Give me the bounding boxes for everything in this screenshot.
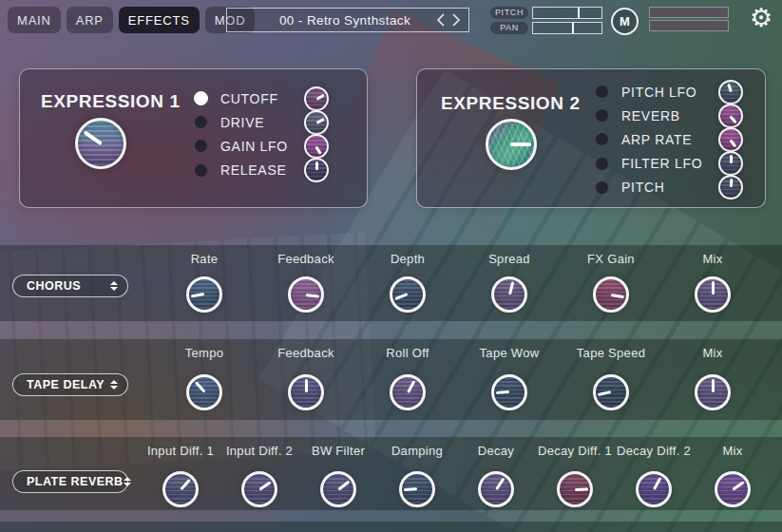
knob-label: BW Filter [312,444,365,458]
target-radio-pitch-lfo[interactable] [595,85,609,99]
effect-knob-decay-diff-1[interactable] [557,471,593,507]
effect-knob-mix[interactable] [695,374,731,410]
expression-2-targets: PITCH LFOREVERBARP RATEFILTER LFOPITCH [595,80,743,200]
chevron-right-icon[interactable] [451,12,461,28]
target-radio-cutoff[interactable] [194,91,208,105]
bottom-strip [0,522,782,532]
effect-knob-fx-gain[interactable] [593,276,629,313]
reverb-knobs: Input Diff. 1Input Diff. 2BW FilterDampi… [162,437,751,510]
target-radio-arp-rate[interactable] [595,132,609,146]
knob-column: Decay Diff. 1 [557,437,593,510]
expression-2-knob[interactable] [486,119,537,170]
expression-target-row: PITCH LFO [595,80,743,104]
mono-button[interactable]: M [611,8,639,35]
settings-gear-icon[interactable]: ⚙ [745,2,777,34]
knob-label: Damping [391,444,443,458]
effect-knob-mix[interactable] [695,276,731,313]
target-radio-release[interactable] [194,163,208,178]
effect-knob-feedback[interactable] [288,276,324,313]
knob-pointer-line [315,145,322,154]
target-knob-drive[interactable] [304,110,329,135]
target-knob-gain-lfo[interactable] [304,134,329,159]
knob-column: Feedback [288,339,324,420]
knob-pointer [387,371,428,412]
pan-slider-row: PAN [490,21,602,34]
pan-slider[interactable] [532,22,602,34]
expression-1-title: EXPRESSION 1 [41,91,181,112]
tab-arp[interactable]: ARP [67,7,113,33]
knob-label: Feedback [277,252,334,266]
effect-knob-bw-filter[interactable] [320,471,356,507]
knob-label: Decay Diff. 1 [538,444,612,458]
effect-knob-tape-speed[interactable] [593,374,629,410]
effect-knob-depth[interactable] [390,276,426,313]
knob-pointer-line [730,155,733,163]
target-knob-filter-lfo[interactable] [718,151,743,176]
effect-knob-roll-off[interactable] [390,374,426,410]
pan-slider-handle[interactable] [572,23,574,33]
knob-pointer-line [727,84,733,92]
effect-knob-input-diff-1[interactable] [162,471,199,507]
chorus-type-dropdown[interactable]: CHORUS [12,275,128,297]
knob-pointer-line [495,477,505,489]
knob-pointer-line [195,382,206,393]
knob-pointer [712,468,754,511]
knob-column: BW Filter [320,437,356,510]
effect-knob-spread[interactable] [491,276,527,313]
knob-column: Depth [390,245,426,321]
effect-knob-input-diff-2[interactable] [241,471,277,507]
effect-knob-tape-wow[interactable] [491,374,527,410]
knob-pointer-line [404,488,417,492]
tab-effects[interactable]: EFFECTS [119,7,200,33]
knob-pointer-line [258,481,271,490]
expression-1-panel: EXPRESSION 1 CUTOFFDRIVEGAIN LFORELEASE [19,68,368,208]
target-radio-drive[interactable] [194,115,208,129]
target-knob-release[interactable] [304,158,329,182]
output-meter-bottom[interactable] [649,20,729,31]
effect-knob-rate[interactable] [186,276,222,313]
target-label: CUTOFF [220,91,304,106]
delay-type-dropdown[interactable]: TAPE DELAY [12,373,128,396]
target-knob-pitch[interactable] [718,175,743,200]
target-radio-gain-lfo[interactable] [194,139,208,153]
knob-pointer-line [712,281,715,294]
effect-knob-decay-diff-2[interactable] [636,471,672,507]
effect-knob-damping[interactable] [399,471,435,507]
target-label: ARP RATE [621,132,718,147]
preset-selector[interactable]: 00 - Retro Synthstack [226,8,469,32]
pitch-label: PITCH [490,7,528,19]
knob-pointer-line [598,391,611,397]
output-meter-top[interactable] [649,7,729,18]
chevron-left-icon[interactable] [436,12,446,28]
target-knob-arp-rate[interactable] [718,127,743,152]
target-knob-pitch-lfo[interactable] [718,80,743,104]
knob-pointer-line [305,379,308,392]
knob-pointer [302,85,331,113]
tab-main[interactable]: MAIN [8,7,61,33]
pitch-slider-handle[interactable] [578,8,580,18]
knob-label: Mix [722,444,742,458]
target-knob-reverb[interactable] [718,104,743,128]
target-radio-filter-lfo[interactable] [595,157,609,171]
effect-knob-mix[interactable] [715,471,751,507]
expression-target-row: RELEASE [194,159,329,182]
knob-pointer-line [180,479,191,490]
reverb-type-dropdown[interactable]: PLATE REVERB [12,470,128,493]
effect-knob-feedback[interactable] [288,374,324,410]
knob-column: Tape Wow [491,339,527,420]
target-radio-reverb[interactable] [595,108,609,123]
expression-1-knob[interactable] [75,118,126,169]
knob-column: Mix [715,437,751,510]
knob-pointer [720,153,741,174]
delay-type-label: TAPE DELAY [27,378,105,391]
pitch-slider[interactable] [532,7,602,19]
effect-knob-tempo[interactable] [186,374,222,410]
knob-label: Input Diff. 1 [147,444,214,458]
preset-arrows [436,12,468,28]
knob-pointer [182,370,225,413]
target-knob-cutoff[interactable] [304,86,329,111]
knob-pointer-line [407,380,415,393]
target-radio-pitch[interactable] [595,180,609,195]
knob-pointer-line [84,130,103,145]
effect-knob-decay[interactable] [478,471,514,507]
